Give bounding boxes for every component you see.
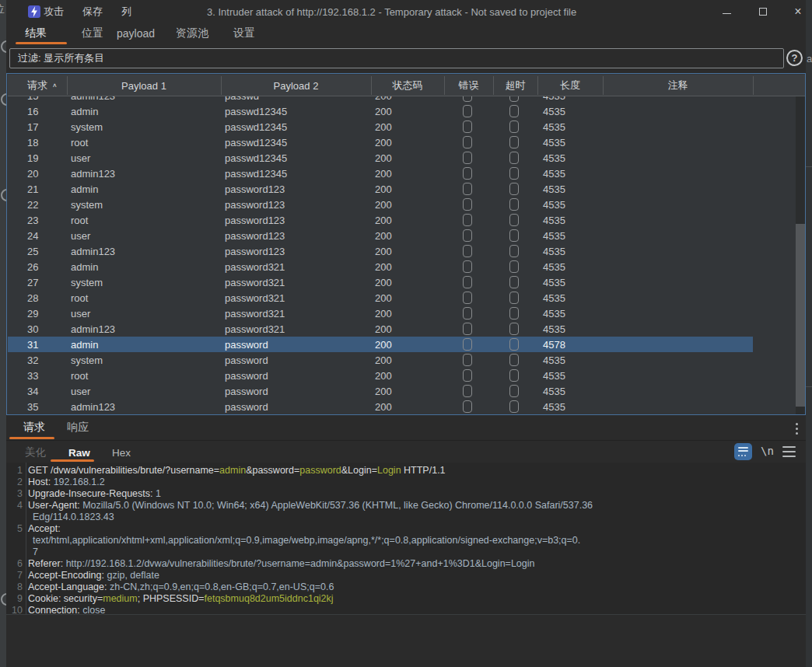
error-checkbox[interactable] (463, 105, 472, 117)
timeout-checkbox[interactable] (509, 120, 519, 133)
tab-pretty[interactable]: 美化 (25, 443, 46, 462)
minimize-button[interactable] (718, 4, 735, 19)
table-row[interactable]: 18 root passwd12345 200 4535 (8, 134, 753, 150)
table-row[interactable]: 26 admin password321 200 4535 (8, 259, 753, 274)
error-checkbox[interactable] (463, 323, 472, 335)
error-checkbox[interactable] (463, 198, 472, 211)
table-row[interactable]: 20 admin123 passwd12345 200 4535 (8, 166, 753, 181)
timeout-checkbox[interactable] (509, 183, 519, 195)
error-checkbox[interactable] (463, 385, 472, 397)
line-code: User-Agent: Mozilla/5.0 (Windows NT 10.0… (28, 500, 593, 512)
error-checkbox[interactable] (463, 152, 472, 164)
error-checkbox[interactable] (463, 260, 472, 273)
timeout-checkbox[interactable] (509, 385, 519, 397)
error-checkbox[interactable] (463, 136, 472, 148)
editor-menu-icon[interactable] (782, 446, 796, 457)
filter-bar[interactable]: 过滤: 显示所有条目 (9, 48, 784, 68)
table-row[interactable]: 22 system password123 200 4535 (8, 197, 753, 212)
timeout-checkbox[interactable] (509, 167, 519, 180)
maximize-button[interactable] (754, 4, 772, 19)
error-checkbox[interactable] (463, 400, 472, 413)
error-checkbox[interactable] (463, 183, 472, 195)
help-icon[interactable]: ? (786, 50, 803, 66)
error-checkbox[interactable] (463, 229, 472, 242)
menu-bar: 攻击 保存 列 (44, 0, 131, 23)
timeout-checkbox[interactable] (509, 105, 519, 117)
column-header-length[interactable]: 长度 (537, 75, 603, 96)
error-checkbox[interactable] (463, 354, 472, 366)
timeout-checkbox[interactable] (509, 260, 519, 273)
status-bar: 已完成 (6, 639, 806, 667)
table-row[interactable]: 19 user passwd12345 200 4535 (8, 150, 753, 166)
table-row[interactable]: 35 admin123 password 200 4535 (8, 399, 753, 414)
table-row[interactable]: 30 admin123 password321 200 4535 (8, 321, 753, 337)
table-row[interactable]: 31 admin password 200 4578 (8, 337, 753, 352)
column-header-request[interactable]: 请求 ∧ (27, 75, 58, 96)
column-header-status[interactable]: 状态码 (371, 75, 444, 96)
timeout-checkbox[interactable] (509, 276, 519, 288)
intruder-lightning-icon (28, 5, 40, 18)
raw-request-editor[interactable]: 1 GET /dvwa/vulnerabilities/brute/?usern… (6, 463, 806, 614)
table-row[interactable]: 23 root password123 200 4535 (8, 212, 753, 228)
tab-payloads[interactable]: payload (117, 23, 155, 44)
timeout-checkbox[interactable] (509, 369, 519, 382)
column-header-timeout[interactable]: 超时 (493, 75, 537, 96)
menu-save[interactable]: 保存 (82, 5, 103, 19)
tab-positions[interactable]: 位置 (82, 23, 103, 44)
column-header-payload1[interactable]: Payload 1 (67, 75, 221, 96)
error-checkbox[interactable] (463, 307, 472, 320)
timeout-checkbox[interactable] (509, 292, 519, 304)
tab-hex[interactable]: Hex (112, 443, 131, 462)
timeout-checkbox[interactable] (509, 323, 519, 335)
timeout-checkbox[interactable] (509, 136, 519, 148)
table-row[interactable]: 15 admin123 passwd 200 4535 (8, 96, 753, 103)
timeout-checkbox[interactable] (509, 338, 519, 351)
table-row[interactable]: 25 admin123 password123 200 4535 (8, 243, 753, 259)
timeout-checkbox[interactable] (509, 198, 519, 211)
error-checkbox[interactable] (463, 276, 472, 288)
timeout-checkbox[interactable] (509, 96, 519, 102)
column-header-payload2[interactable]: Payload 2 (221, 75, 371, 96)
menu-attack[interactable]: 攻击 (44, 5, 64, 19)
table-row[interactable]: 21 admin password123 200 4535 (8, 181, 753, 197)
timeout-checkbox[interactable] (509, 354, 519, 366)
line-number: 3 (6, 488, 23, 500)
newline-toggle-icon[interactable]: \n (761, 445, 774, 457)
timeout-checkbox[interactable] (509, 152, 519, 164)
error-checkbox[interactable] (463, 214, 472, 226)
error-checkbox[interactable] (463, 292, 472, 304)
tab-results[interactable]: 结果 (25, 23, 47, 44)
timeout-checkbox[interactable] (509, 245, 519, 257)
table-row[interactable]: 24 user password123 200 4535 (8, 228, 753, 243)
table-row[interactable]: 28 root password321 200 4535 (8, 290, 753, 306)
tab-response[interactable]: 响应 (67, 418, 89, 437)
error-checkbox[interactable] (463, 167, 472, 180)
search-bar: ? ← → 搜索... 0匹配 (6, 614, 806, 639)
table-row[interactable]: 33 root password 200 4535 (8, 368, 753, 383)
table-row[interactable]: 16 admin passwd12345 200 4535 (8, 103, 753, 119)
close-button[interactable]: × (789, 4, 807, 19)
column-header-error[interactable]: 错误 (444, 75, 493, 96)
column-header-comment[interactable]: 注释 (603, 75, 753, 96)
tab-resource-pool[interactable]: 资源池 (176, 23, 208, 44)
timeout-checkbox[interactable] (509, 229, 519, 242)
error-checkbox[interactable] (463, 96, 472, 102)
search-panel-toggle-icon[interactable] (734, 443, 752, 460)
error-checkbox[interactable] (463, 245, 472, 257)
table-row[interactable]: 27 system password321 200 4535 (8, 274, 753, 290)
timeout-checkbox[interactable] (509, 307, 519, 320)
table-scrollbar-thumb[interactable] (796, 224, 805, 407)
timeout-checkbox[interactable] (509, 400, 519, 413)
error-checkbox[interactable] (463, 369, 472, 382)
error-checkbox[interactable] (463, 120, 472, 133)
table-row[interactable]: 32 system password 200 4535 (8, 352, 753, 368)
message-options-kebab-icon[interactable] (789, 420, 804, 437)
tab-request[interactable]: 请求 (23, 418, 45, 437)
timeout-checkbox[interactable] (509, 214, 519, 226)
table-row[interactable]: 34 user password 200 4535 (8, 383, 753, 399)
menu-columns[interactable]: 列 (121, 5, 131, 19)
table-row[interactable]: 17 system passwd12345 200 4535 (8, 119, 753, 134)
table-row[interactable]: 29 user password321 200 4535 (8, 306, 753, 321)
error-checkbox[interactable] (463, 338, 472, 351)
tab-settings[interactable]: 设置 (233, 23, 255, 44)
